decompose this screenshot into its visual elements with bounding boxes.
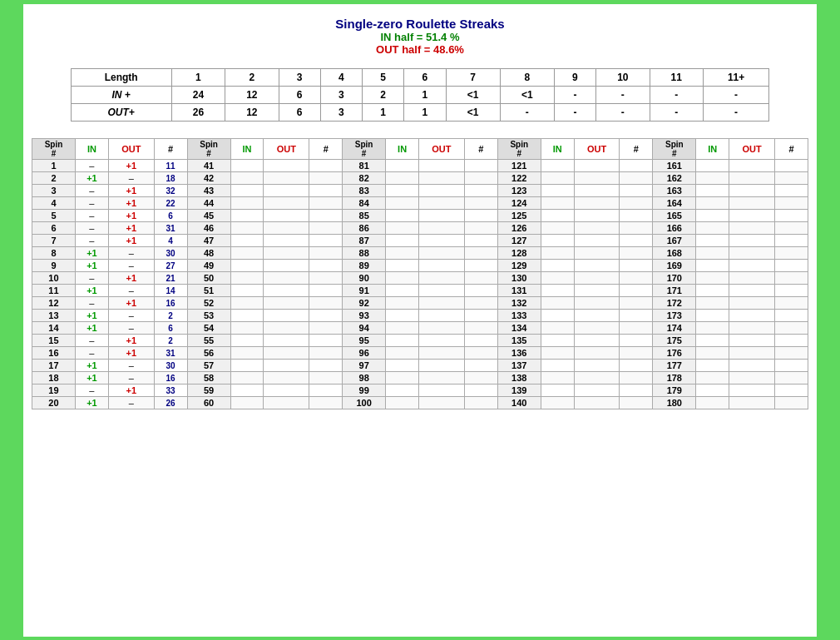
in-stat: IN half = 51.4 % [32, 31, 808, 43]
page-title: Single-zero Roulette Streaks [32, 17, 808, 31]
out-stat: OUT half = 48.6% [32, 43, 808, 56]
page-header: Single-zero Roulette Streaks IN half = 5… [32, 8, 808, 68]
page-container: Single-zero Roulette Streaks IN half = 5… [23, 4, 817, 637]
spin-table: Spin#INOUT#Spin#INOUT#Spin#INOUT#Spin#IN… [32, 138, 808, 409]
spin-table-wrapper: Spin#INOUT#Spin#INOUT#Spin#INOUT#Spin#IN… [32, 138, 808, 409]
summary-table: Length123456789101111+IN +24126321<1<1--… [71, 68, 770, 122]
